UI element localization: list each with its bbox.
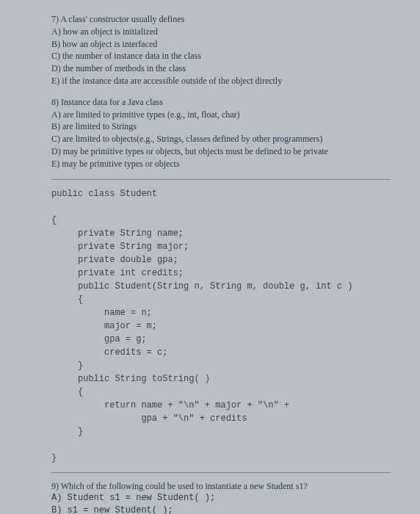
q8-prompt: 8) Instance data for a Java class	[51, 96, 391, 109]
q8-option-e: E) may be primitive types or objects	[51, 158, 391, 170]
code-block-student: public class Student { private String na…	[51, 187, 391, 465]
question-8: 8) Instance data for a Java class A) are…	[51, 96, 391, 170]
q7-option-b: B) how an object is interfaced	[51, 38, 391, 51]
document-page: 7) A class' constructor usually defines …	[0, 0, 420, 514]
q9-prompt: 9) Which of the following could be used …	[51, 480, 391, 493]
divider	[51, 179, 391, 180]
q9-option-a: A) Student s1 = new Student( );	[51, 492, 391, 504]
q7-option-a: A) how an object is initialized	[51, 26, 391, 38]
q8-option-b: B) are limited to Strings	[51, 120, 391, 133]
q8-option-c: C) are limited to objects(e.g., Strings,…	[51, 133, 391, 145]
question-9: 9) Which of the following could be used …	[51, 480, 391, 514]
q7-option-e: E) if the instance data are accessible o…	[51, 75, 391, 87]
q9-option-b: B) s1 = new Student( );	[51, 504, 391, 514]
divider	[51, 472, 391, 473]
q7-option-c: C) the number of instance data in the cl…	[51, 50, 391, 62]
q8-option-d: D) may be primitive types or objects, bu…	[51, 145, 391, 158]
question-7: 7) A class' constructor usually defines …	[51, 13, 391, 87]
q7-prompt: 7) A class' constructor usually defines	[51, 13, 391, 26]
q8-option-a: A) are limited to primitive types (e.g.,…	[51, 109, 391, 121]
q7-option-d: D) the number of methods in the class	[51, 62, 391, 75]
